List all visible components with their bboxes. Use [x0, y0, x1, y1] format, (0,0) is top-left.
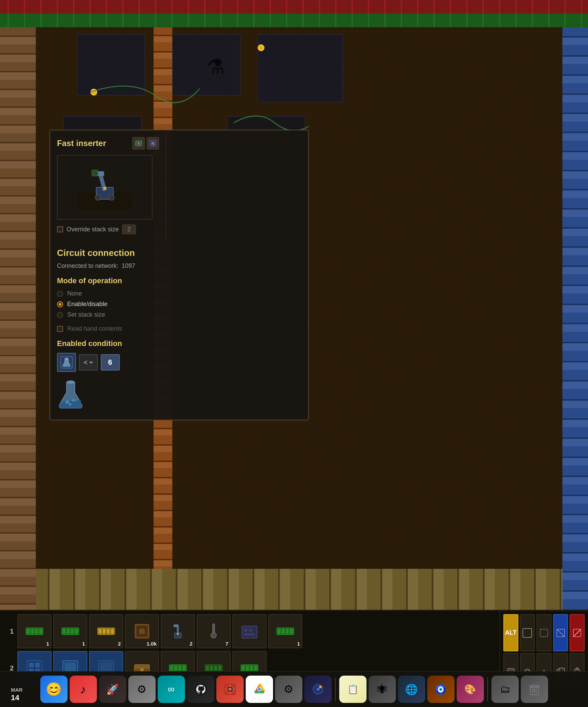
read-hand-row[interactable]: Read hand contents: [57, 325, 187, 332]
chrome-icon: [252, 682, 267, 696]
dock-factorio[interactable]: [216, 676, 244, 703]
slot-1-8-count: 1: [297, 641, 300, 647]
dock-launchpad[interactable]: 🚀: [99, 676, 126, 703]
music-icon: ♪: [80, 683, 86, 696]
svg-rect-80: [254, 666, 257, 670]
dock-sys-prefs[interactable]: ⚙: [128, 676, 156, 703]
condition-value-btn[interactable]: 6: [101, 354, 120, 371]
svg-point-14: [65, 358, 68, 360]
syspref-icon: ⚙: [137, 683, 147, 696]
svg-point-18: [66, 400, 69, 404]
deselect-icon: [572, 628, 582, 638]
svg-rect-69: [178, 666, 181, 670]
read-hand-label: Read hand contents: [67, 325, 122, 332]
panel-title-row: Fast inserter N: [57, 137, 159, 149]
dock-music[interactable]: ♪: [70, 676, 97, 703]
svg-rect-47: [249, 629, 252, 632]
inserter-icon-2[interactable]: N: [147, 137, 159, 149]
svg-rect-23: [31, 629, 34, 634]
svg-point-114: [316, 688, 320, 691]
bottom-belt-area: [36, 569, 562, 610]
svg-rect-45: [242, 626, 257, 638]
notes-icon: 📋: [347, 684, 358, 695]
svg-rect-28: [67, 629, 70, 634]
svg-rect-73: [210, 666, 213, 670]
right-belt: [562, 27, 588, 610]
svg-rect-30: [75, 629, 78, 634]
indicator-2: [258, 44, 264, 51]
dock-settings2[interactable]: ⚙: [275, 676, 302, 703]
svg-rect-27: [63, 629, 66, 634]
select2-icon: [556, 628, 566, 638]
circuit-network-info: Connected to network: 1097: [57, 262, 187, 270]
mode-none-radio[interactable]: [57, 291, 63, 297]
3d-icon: 🧿: [435, 684, 447, 695]
hotbar-slot-1-8[interactable]: 1: [268, 614, 302, 648]
arduino-icon: ∞: [168, 684, 175, 695]
enabled-condition-title: Enabled condition: [57, 339, 187, 348]
action-deselect-btn[interactable]: [570, 614, 585, 651]
dock-paint[interactable]: 🎨: [457, 676, 484, 703]
hotbar-slot-1-5[interactable]: 2: [161, 614, 195, 648]
svg-rect-33: [103, 629, 105, 634]
github-icon: [193, 682, 208, 696]
mode-none[interactable]: None: [57, 290, 187, 297]
dock-finder[interactable]: 😊: [40, 676, 68, 703]
svg-rect-78: [246, 666, 249, 670]
hotbar-slot-1-1[interactable]: 1: [17, 614, 52, 648]
dock-github[interactable]: [187, 676, 214, 703]
flask-decoration: ⚗: [206, 55, 225, 78]
svg-rect-68: [174, 666, 177, 670]
mode-set-stack[interactable]: Set stack size: [57, 311, 187, 318]
svg-rect-41: [174, 624, 178, 627]
dock-3d[interactable]: 🧿: [427, 676, 455, 703]
override-stack-label: Override stack size: [67, 226, 119, 233]
condition-signal-btn[interactable]: [57, 353, 76, 372]
svg-rect-74: [214, 666, 217, 670]
svg-rect-50: [278, 629, 281, 634]
svg-rect-35: [111, 629, 114, 634]
dock-arduino[interactable]: ∞: [158, 676, 185, 703]
action-map-btn[interactable]: [520, 614, 535, 651]
stack-value[interactable]: 2: [122, 225, 136, 234]
factorio-icon: [223, 682, 237, 696]
dock-chrome[interactable]: [246, 676, 273, 703]
flask-large-area: [57, 379, 187, 413]
action-select2-btn[interactable]: [553, 614, 568, 651]
svg-point-15: [64, 364, 66, 365]
dock-trash[interactable]: [521, 676, 548, 703]
condition-operator-btn[interactable]: <: [79, 354, 98, 371]
svg-point-44: [211, 633, 216, 638]
hotbar-slot-1-2[interactable]: 1: [53, 614, 87, 648]
trash-icon: [527, 682, 542, 697]
svg-rect-64: [134, 665, 149, 668]
override-stack-checkbox[interactable]: [57, 226, 63, 232]
dock-blender[interactable]: [304, 676, 332, 703]
hotbar-slot-1-4[interactable]: 1.0k: [125, 614, 159, 648]
hotbar-slot-1-7[interactable]: [232, 614, 267, 648]
flask-large-svg: [57, 379, 84, 413]
mode-set-stack-radio[interactable]: [57, 312, 63, 318]
svg-point-17: [67, 380, 75, 384]
mode-section-title: Mode of operation: [57, 276, 187, 285]
hotbar-slot-1-3[interactable]: 2: [89, 614, 123, 648]
svg-rect-22: [27, 629, 30, 634]
dock-notes[interactable]: 📋: [339, 676, 367, 703]
mode-enable-disable-radio[interactable]: [57, 301, 63, 307]
action-select-btn[interactable]: [536, 614, 551, 651]
dock-spider[interactable]: 🕷: [369, 676, 396, 703]
mode-enable-disable[interactable]: Enable/disable: [57, 301, 187, 308]
inserter-icon-1[interactable]: [132, 137, 145, 149]
svg-rect-12: [92, 170, 98, 176]
svg-rect-29: [71, 629, 74, 634]
read-hand-checkbox[interactable]: [57, 326, 63, 332]
svg-point-111: [258, 688, 261, 691]
condition-row: < 6: [57, 353, 187, 372]
dock-files[interactable]: 🗂: [491, 676, 519, 703]
mode-enable-disable-label: Enable/disable: [67, 301, 107, 308]
svg-point-20: [69, 403, 71, 406]
action-alt-btn[interactable]: ALT: [503, 614, 518, 651]
dock-browser[interactable]: 🌐: [398, 676, 425, 703]
hotbar-slot-1-6[interactable]: 7: [197, 614, 231, 648]
chevron-down-icon: [89, 360, 93, 364]
